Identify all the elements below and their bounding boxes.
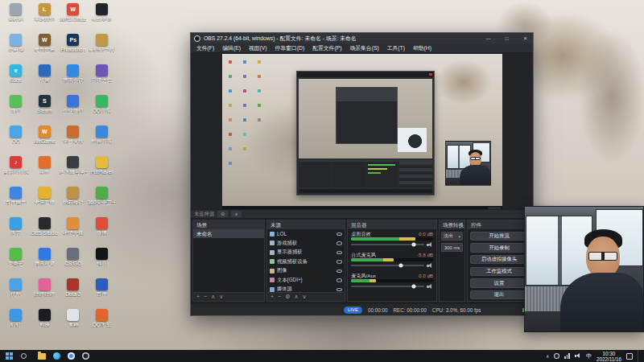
source-item[interactable]: 显示器捕获 [267,248,345,257]
source-item[interactable]: 媒体源 [267,285,345,292]
ime-indicator[interactable]: 中 [586,352,592,360]
menu-item[interactable]: 编辑(E) [218,44,245,52]
desktop-icon[interactable]: 地下城与勇士 [59,154,88,185]
desktop-icon[interactable]: 钉钉 [2,307,31,338]
desktop-icon[interactable]: ♪ 网易云音乐 [2,154,31,185]
obs-preview-canvas[interactable] [222,54,502,209]
control-button[interactable]: 开始推流 [470,232,528,241]
visibility-eye-icon[interactable] [336,260,342,264]
source-item[interactable]: 视频捕获设备 [267,257,345,267]
sources-toolbar-button[interactable]: + [270,293,274,301]
desktop-icon[interactable]: 酷狗音乐 [88,124,117,154]
scenes-toolbar-button[interactable]: − [204,293,207,301]
transition-select[interactable]: 淡出 ▾ [441,232,463,241]
desktop-icon[interactable]: 企业微信 [59,93,88,124]
maximize-button[interactable]: □ [499,33,514,43]
scenes-toolbar-button[interactable]: ∨ [219,293,223,301]
speaker-mute-icon[interactable] [427,284,433,290]
volume-slider[interactable] [351,244,424,245]
control-button[interactable]: 工作室模式 [470,267,528,276]
obs-taskbar-icon[interactable] [82,352,89,360]
desktop-icon[interactable]: 百度网盘 [2,185,31,216]
desktop-icon[interactable]: W WeGame [31,124,60,154]
desktop-icon[interactable]: 微博 [88,216,117,246]
desktop-icon[interactable]: CS:GO [59,246,88,277]
desktop-icon[interactable]: 战网 [31,63,60,93]
desktop-icon[interactable]: QQ飞车 [88,307,117,338]
menu-item[interactable]: 视图(V) [245,44,271,52]
minimize-button[interactable]: — [481,33,496,43]
source-item[interactable]: 图像 [267,266,345,276]
menu-item[interactable]: 场景集合(S) [345,44,382,52]
desktop-icon[interactable]: 金铲铲之战 [88,32,117,63]
sources-toolbar-button[interactable]: ∧ [294,293,298,301]
desktop-icon[interactable]: 此电脑 [2,32,31,63]
desktop-icon[interactable]: 抖音 [88,246,117,277]
desktop-icon[interactable]: 爱奇艺 [2,246,31,277]
visibility-eye-icon[interactable] [336,288,342,292]
scenes-toolbar-button[interactable]: + [196,293,200,301]
source-item[interactable]: 游戏捕获 [267,239,345,249]
desktop-icon[interactable]: OBS Studio [31,216,60,246]
visibility-eye-icon[interactable] [336,269,342,274]
desktop-icon[interactable]: 云顶之弈 [88,63,117,93]
menu-item[interactable]: 停靠窗口(D) [271,44,309,52]
desktop-icon[interactable]: 哔哩哔哩 [31,277,60,307]
desktop-icon[interactable]: 迅雷 [2,216,31,246]
desktop-icon[interactable]: 虎牙直播 [31,185,60,216]
chrome-browser-icon[interactable] [68,352,75,360]
desktop-icon[interactable]: 斗鱼 [31,154,60,185]
source-item[interactable]: 文本(GDI+) [267,276,345,286]
desktop-icon[interactable]: S Steam [31,93,60,124]
menu-item[interactable]: 文件(F) [192,44,218,52]
visibility-eye-icon[interactable] [336,241,342,245]
volume-icon[interactable] [575,353,581,359]
source-properties-button[interactable]: ⚙ [217,211,228,217]
notification-center-icon[interactable] [626,353,633,360]
search-icon[interactable] [21,353,27,359]
desktop-icon[interactable]: 回收站 [2,2,31,32]
desktop-icon[interactable]: 原神 [59,307,88,338]
desktop-icon[interactable]: 微信 [2,93,31,124]
obs-titlebar[interactable]: OBS 27.2.4 (64-bit, windows) - 配置文件: 未命名… [191,33,533,43]
volume-slider[interactable] [351,265,424,266]
network-icon[interactable] [564,353,570,359]
control-button[interactable]: 启动虚拟摄像头 [470,255,528,264]
webcam-window[interactable] [524,206,644,332]
sources-toolbar-button[interactable]: − [278,293,281,301]
volume-slider[interactable] [351,286,424,287]
visibility-eye-icon[interactable] [336,232,342,237]
scene-item[interactable]: 未命名 [193,229,264,238]
desktop-icon[interactable]: QQ [2,124,31,154]
desktop-icon[interactable]: 360安全卫士 [88,185,117,216]
volume-slider-knob[interactable] [412,243,416,247]
control-button[interactable]: 开始录制 [470,243,528,252]
desktop-icon[interactable]: QQ音乐 [88,93,117,124]
desktop-icon[interactable]: W 魔兽世界 [31,32,60,63]
menu-item[interactable]: 配置文件(P) [308,44,345,52]
desktop-icon[interactable]: 剪映 [31,307,60,338]
desktop-icon[interactable]: W WPS Office [59,2,88,32]
desktop-icon[interactable]: 永劫无间 [88,2,117,32]
desktop-icon[interactable]: Ps Photoshop [59,32,88,63]
source-item[interactable]: LOL [267,229,345,239]
desktop-icon[interactable]: 炉石传说 [59,185,88,216]
scenes-toolbar-button[interactable]: ∧ [211,293,215,301]
desktop-icon[interactable]: 守望先锋 [59,216,88,246]
menu-item[interactable]: 工具(T) [383,44,409,52]
volume-slider-knob[interactable] [398,264,402,268]
desktop-icon[interactable]: Dota 2 [59,277,88,307]
taskbar-clock[interactable]: 10:30 2022/11/16 [597,351,621,362]
desktop-icon[interactable]: 优酷 [2,277,31,307]
close-button[interactable]: ✕ [518,33,533,43]
desktop-icon[interactable]: 腾讯会议 [59,63,88,93]
visibility-eye-icon[interactable] [336,278,342,282]
file-explorer-icon[interactable] [38,353,46,360]
sources-toolbar-button[interactable]: ⚙ [285,293,290,301]
desktop-icon[interactable]: L 英雄联盟 [31,2,60,32]
volume-slider-knob[interactable] [412,285,416,289]
source-filters-button[interactable]: ≡ [231,211,242,217]
start-button[interactable] [6,352,13,360]
transition-duration[interactable]: 300 ms [441,243,463,252]
control-button[interactable]: 设置 [470,278,528,287]
